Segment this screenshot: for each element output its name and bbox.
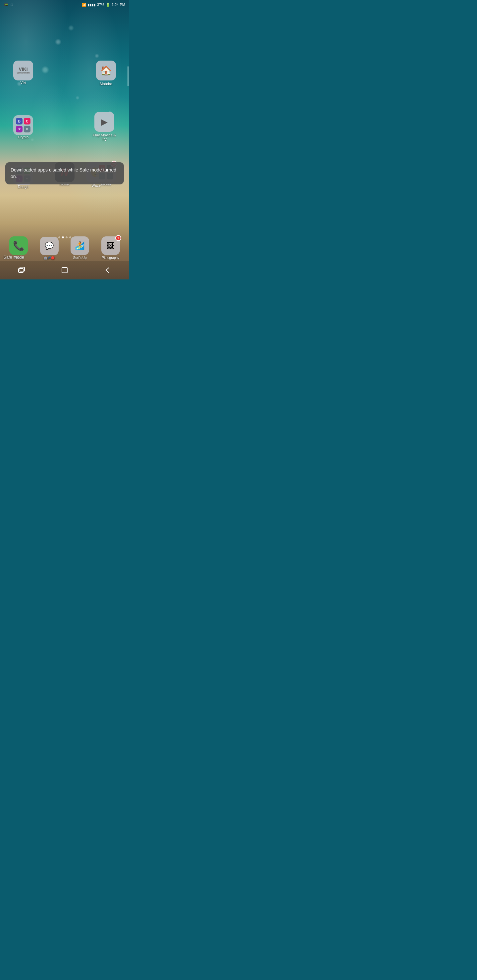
viki-label: Viki	[20, 80, 26, 85]
crypto-sub-b: B	[16, 118, 22, 124]
app-crypto[interactable]: B C ⚙ ◎ Crypto	[10, 115, 37, 139]
pictography-icon: 🖼	[107, 241, 115, 250]
tablet-icon: 📟	[4, 3, 9, 7]
pictography-badge: 1	[115, 235, 121, 241]
pictography-icon-wrapper: 🖼 1	[101, 236, 120, 255]
messages-label: 🤖💤🔴	[44, 256, 55, 259]
nav-back-button[interactable]	[101, 263, 115, 277]
mobdro-icon: 🏠	[101, 65, 112, 76]
svg-rect-0	[19, 269, 23, 272]
scrollbar[interactable]	[128, 66, 129, 86]
surfsup-icon: 🏄	[75, 241, 85, 250]
crypto-folder-icon: B C ⚙ ◎	[13, 115, 33, 135]
surfsup-icon-wrapper: 🏄	[70, 236, 89, 255]
surfsup-label: Surf's Up	[73, 256, 87, 259]
safe-mode-label: Safe mode	[3, 255, 24, 259]
signal-icon: ▮▮▮▮	[88, 3, 96, 6]
messages-icon-wrapper: 💬	[40, 237, 59, 255]
back-icon	[104, 267, 111, 274]
phone-icon: 📞	[13, 240, 24, 251]
mobdro-icon-wrapper: 🏠	[96, 60, 116, 80]
nav-bar	[0, 261, 129, 280]
crypto-sub-c: C	[24, 118, 30, 124]
time-display: 1:24 PM	[112, 3, 125, 6]
pictography-label: Pictography	[102, 256, 119, 259]
app-mobdro[interactable]: 🏠 Mobdro	[93, 60, 119, 86]
battery-icon: 🔋	[106, 3, 110, 7]
play-movies-symbol: ▶	[101, 117, 108, 127]
nav-recents-button[interactable]	[14, 263, 29, 277]
crypto-label: Crypto	[18, 135, 29, 139]
screen-icon: ⊡	[11, 3, 13, 6]
mobdro-label: Mobdro	[100, 82, 112, 86]
home-icon	[61, 267, 68, 274]
dough-label: Dough	[18, 185, 29, 189]
play-movies-icon: ▶	[94, 112, 114, 132]
crypto-sub-4: ◎	[24, 126, 30, 132]
dock-pictography[interactable]: 🖼 1 Pictography	[99, 236, 122, 259]
status-right: 📶 ▮▮▮▮ 37% 🔋 1:24 PM	[82, 3, 125, 7]
wifi-icon: 📶	[82, 3, 86, 7]
toast-message: Downloaded apps disabled while Safe mode…	[11, 167, 116, 179]
phone-icon-wrapper: 📞	[9, 236, 28, 255]
svg-rect-2	[62, 267, 67, 273]
app-viki[interactable]: VIKI @Rakuten Viki	[10, 60, 37, 85]
dock-messages[interactable]: 💬 🤖💤🔴	[38, 237, 61, 259]
svg-rect-1	[20, 267, 24, 271]
safe-mode-toast: Downloaded apps disabled while Safe mode…	[5, 162, 124, 185]
status-left: 📟 ⊡	[4, 3, 13, 7]
play-movies-label: Play Movies & TV	[93, 133, 116, 142]
nav-home-button[interactable]	[57, 263, 72, 277]
app-play-movies[interactable]: ▶ Play Movies & TV	[89, 112, 119, 142]
recents-icon	[18, 267, 25, 274]
battery-percent: 37%	[97, 3, 104, 6]
crypto-sub-s: ⚙	[16, 126, 22, 132]
viki-icon: VIKI @Rakuten	[13, 60, 33, 80]
status-bar: 📟 ⊡ 📶 ▮▮▮▮ 37% 🔋 1:24 PM	[0, 0, 129, 9]
dock-surfsup[interactable]: 🏄 Surf's Up	[68, 236, 91, 259]
messages-icon: 💬	[45, 242, 54, 250]
